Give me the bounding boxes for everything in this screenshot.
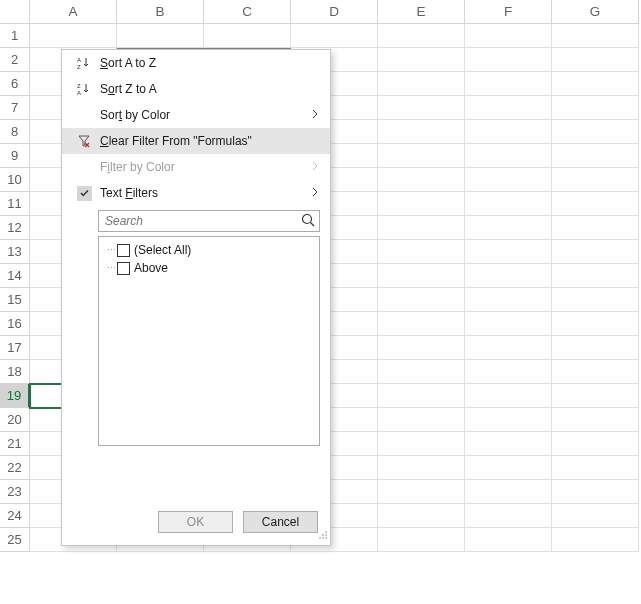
cell[interactable]	[465, 480, 552, 504]
checkbox[interactable]	[117, 262, 130, 275]
cell[interactable]	[465, 528, 552, 552]
checkbox[interactable]	[117, 244, 130, 257]
row-header[interactable]: 23	[0, 480, 30, 504]
cell[interactable]	[378, 408, 465, 432]
cell[interactable]	[465, 48, 552, 72]
row-header[interactable]: 6	[0, 72, 30, 96]
filter-search-input[interactable]	[98, 210, 320, 232]
row-header[interactable]: 1	[0, 24, 30, 48]
clear-filter-item[interactable]: Clear Filter From "Formulas"	[62, 128, 330, 154]
cell[interactable]	[552, 48, 639, 72]
sort-desc-item[interactable]: ZA Sort Z to A	[62, 76, 330, 102]
cell[interactable]	[465, 312, 552, 336]
row-header[interactable]: 10	[0, 168, 30, 192]
cell[interactable]	[465, 240, 552, 264]
cell[interactable]	[552, 240, 639, 264]
cell[interactable]	[552, 456, 639, 480]
cell[interactable]	[378, 240, 465, 264]
cell[interactable]	[378, 48, 465, 72]
cell[interactable]	[378, 336, 465, 360]
col-header-a[interactable]: A	[30, 0, 117, 24]
cell[interactable]	[552, 24, 639, 48]
col-header-b[interactable]: B	[117, 0, 204, 24]
row-header[interactable]: 11	[0, 192, 30, 216]
col-header-e[interactable]: E	[378, 0, 465, 24]
cell[interactable]	[378, 480, 465, 504]
cell[interactable]	[378, 384, 465, 408]
cell[interactable]	[465, 96, 552, 120]
row-header[interactable]: 8	[0, 120, 30, 144]
cell[interactable]	[465, 384, 552, 408]
cell[interactable]	[552, 288, 639, 312]
cell[interactable]	[465, 408, 552, 432]
cell[interactable]	[552, 168, 639, 192]
cell[interactable]	[552, 120, 639, 144]
filter-values-list[interactable]: ⋯ (Select All) ⋯ Above	[98, 236, 320, 446]
cell[interactable]	[552, 336, 639, 360]
cell[interactable]	[378, 216, 465, 240]
row-header[interactable]: 9	[0, 144, 30, 168]
cell[interactable]	[465, 144, 552, 168]
cell[interactable]	[378, 96, 465, 120]
cancel-button[interactable]: Cancel	[243, 511, 318, 533]
row-header[interactable]: 21	[0, 432, 30, 456]
filter-item-select-all[interactable]: ⋯ (Select All)	[105, 241, 313, 259]
cell[interactable]	[552, 312, 639, 336]
cell[interactable]	[465, 456, 552, 480]
text-filters-item[interactable]: Text Filters	[62, 180, 330, 206]
col-header-f[interactable]: F	[465, 0, 552, 24]
row-header[interactable]: 14	[0, 264, 30, 288]
cell[interactable]	[552, 144, 639, 168]
row-header[interactable]: 18	[0, 360, 30, 384]
cell[interactable]	[204, 24, 291, 48]
cell[interactable]	[552, 432, 639, 456]
row-header[interactable]: 15	[0, 288, 30, 312]
select-all-corner[interactable]	[0, 0, 30, 24]
cell[interactable]	[378, 288, 465, 312]
sort-asc-item[interactable]: AZ Sort A to Z	[62, 50, 330, 76]
cell[interactable]	[465, 192, 552, 216]
cell[interactable]	[117, 24, 204, 48]
cell[interactable]	[378, 432, 465, 456]
cell[interactable]	[378, 504, 465, 528]
row-header[interactable]: 22	[0, 456, 30, 480]
cell[interactable]	[465, 288, 552, 312]
cell[interactable]	[465, 216, 552, 240]
cell[interactable]	[552, 480, 639, 504]
col-header-c[interactable]: C	[204, 0, 291, 24]
cell[interactable]	[378, 528, 465, 552]
cell[interactable]	[552, 216, 639, 240]
cell[interactable]	[465, 264, 552, 288]
col-header-g[interactable]: G	[552, 0, 639, 24]
row-header[interactable]: 24	[0, 504, 30, 528]
cell[interactable]	[552, 96, 639, 120]
cell[interactable]	[552, 264, 639, 288]
cell[interactable]	[465, 432, 552, 456]
row-header[interactable]: 2	[0, 48, 30, 72]
cell[interactable]	[291, 24, 378, 48]
cell[interactable]	[465, 360, 552, 384]
cell[interactable]	[378, 72, 465, 96]
row-header[interactable]: 12	[0, 216, 30, 240]
cell[interactable]	[552, 504, 639, 528]
row-header[interactable]: 13	[0, 240, 30, 264]
row-header[interactable]: 16	[0, 312, 30, 336]
cell[interactable]	[465, 72, 552, 96]
cell[interactable]	[378, 192, 465, 216]
cell[interactable]	[378, 456, 465, 480]
cell[interactable]	[552, 408, 639, 432]
cell[interactable]	[378, 168, 465, 192]
cell[interactable]	[378, 144, 465, 168]
filter-item-above[interactable]: ⋯ Above	[105, 259, 313, 277]
cell[interactable]	[552, 360, 639, 384]
cell[interactable]	[465, 336, 552, 360]
cell[interactable]	[30, 24, 117, 48]
row-header[interactable]: 19	[0, 384, 30, 408]
cell[interactable]	[378, 24, 465, 48]
sort-by-color-item[interactable]: Sort by Color	[62, 102, 330, 128]
row-header[interactable]: 20	[0, 408, 30, 432]
cell[interactable]	[465, 168, 552, 192]
row-header[interactable]: 17	[0, 336, 30, 360]
cell[interactable]	[378, 360, 465, 384]
cell[interactable]	[465, 24, 552, 48]
